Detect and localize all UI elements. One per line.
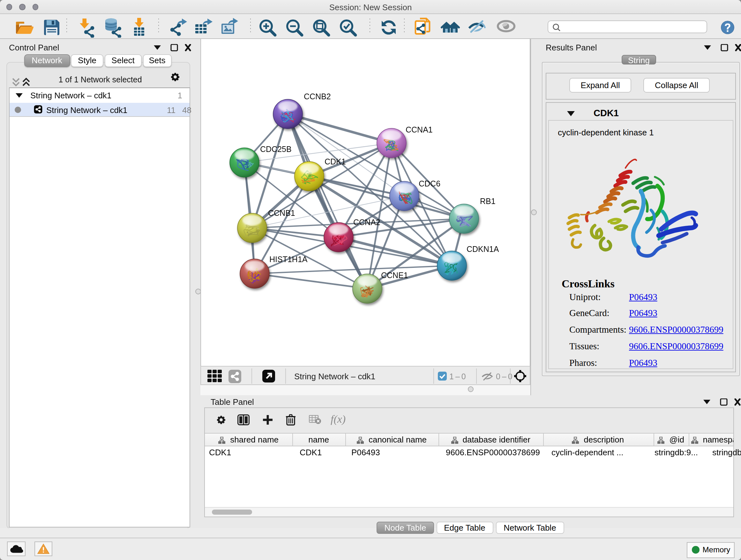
svg-text:CCNB1: CCNB1 bbox=[268, 208, 295, 217]
svg-text:CCNB2: CCNB2 bbox=[304, 92, 331, 101]
svg-text:CDK1: CDK1 bbox=[325, 157, 346, 166]
svg-text:CCNA2: CCNA2 bbox=[353, 218, 381, 227]
svg-text:HIST1H1A: HIST1H1A bbox=[269, 255, 308, 264]
svg-text:CDC6: CDC6 bbox=[419, 179, 441, 188]
svg-text:CDC25B: CDC25B bbox=[260, 145, 292, 153]
svg-text:CDKN1A: CDKN1A bbox=[467, 245, 499, 253]
svg-text:CCNE1: CCNE1 bbox=[381, 271, 408, 280]
svg-text:CCNA1: CCNA1 bbox=[406, 125, 433, 134]
svg-text:RB1: RB1 bbox=[480, 197, 495, 206]
